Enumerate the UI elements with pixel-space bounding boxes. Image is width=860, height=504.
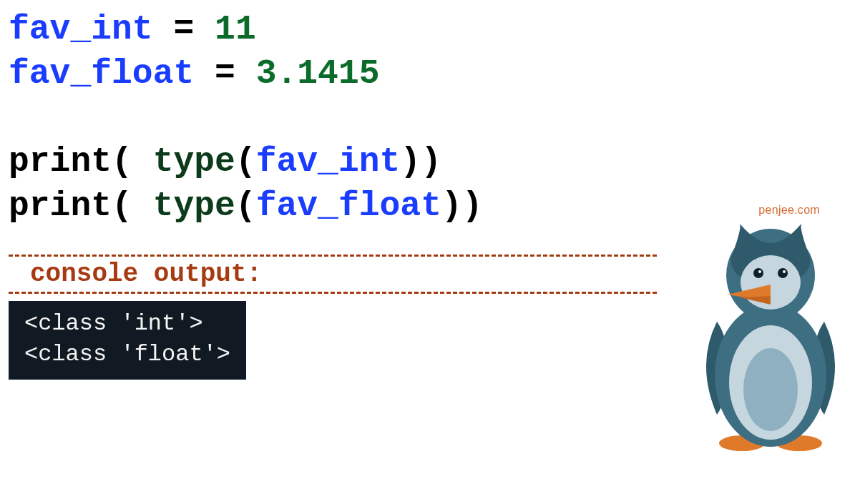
print-keyword: print (9, 187, 112, 225)
svg-point-9 (758, 270, 761, 273)
penguin-icon (688, 222, 853, 458)
type-keyword: type (153, 142, 235, 181)
variable-fav-int: fav_int (9, 10, 153, 49)
watermark-text: penjee.com (758, 204, 820, 217)
divider-bottom (9, 292, 657, 294)
number-literal-pi: 3.1415 (256, 54, 380, 93)
code-line-1: fav_int = 11 (9, 7, 851, 51)
type-keyword: type (153, 187, 235, 225)
blank-line (9, 97, 851, 139)
code-line-3: print( type(fav_int)) (9, 139, 851, 184)
svg-point-8 (778, 268, 788, 278)
svg-point-7 (753, 268, 763, 278)
code-line-2: fav_float = 3.1415 (9, 51, 851, 96)
paren-open: ( (112, 187, 132, 225)
paren-close: )) (400, 142, 441, 181)
console-output-box: <class 'int'> <class 'float'> (9, 301, 246, 380)
assign-op: = (173, 10, 215, 49)
console-output-label: console output: (9, 257, 657, 292)
assign-op: = (215, 54, 256, 93)
paren-close: )) (441, 187, 483, 225)
paren-open: ( (235, 142, 256, 181)
number-literal-11: 11 (215, 10, 256, 49)
paren-open: ( (235, 187, 256, 225)
variable-fav-float: fav_float (9, 54, 194, 93)
code-block: fav_int = 11 fav_float = 3.1415 print( t… (0, 0, 860, 229)
paren-open: ( (112, 142, 132, 181)
console-line-1: <class 'int'> (24, 308, 230, 339)
variable-fav-int-ref: fav_int (256, 142, 401, 181)
print-keyword: print (9, 142, 112, 181)
variable-fav-float-ref: fav_float (256, 187, 441, 225)
console-output-section: console output: <class 'int'> <class 'fl… (0, 255, 665, 380)
console-line-2: <class 'float'> (24, 339, 230, 370)
svg-point-4 (743, 348, 798, 431)
svg-point-10 (783, 270, 786, 273)
